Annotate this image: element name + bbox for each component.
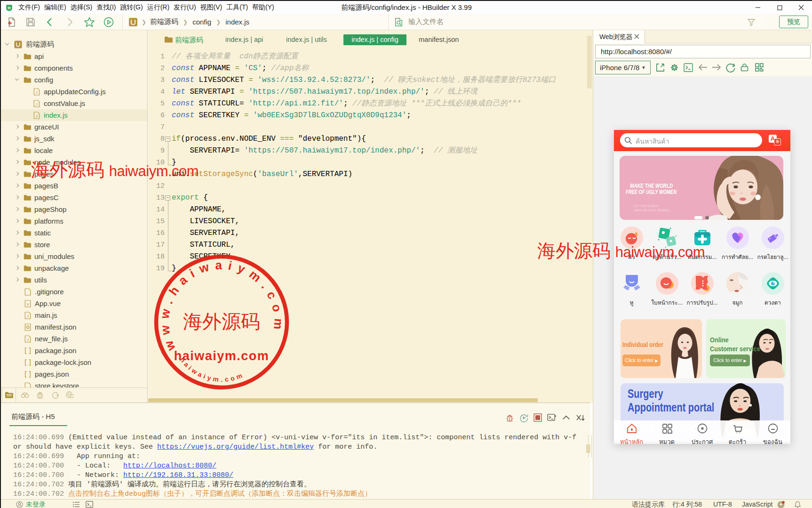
svg-text:FREE OF UGLY WOMEN: FREE OF UGLY WOMEN bbox=[626, 189, 677, 195]
svg-text:HAVE NO UGLY WOMEN: HAVE NO UGLY WOMEN bbox=[634, 209, 669, 212]
svg-text:MAKE THE WORLD: MAKE THE WORLD bbox=[630, 183, 673, 189]
svg-text:海外源码: 海外源码 bbox=[183, 311, 260, 332]
svg-text:LET THE WORLD: LET THE WORLD bbox=[634, 204, 659, 208]
